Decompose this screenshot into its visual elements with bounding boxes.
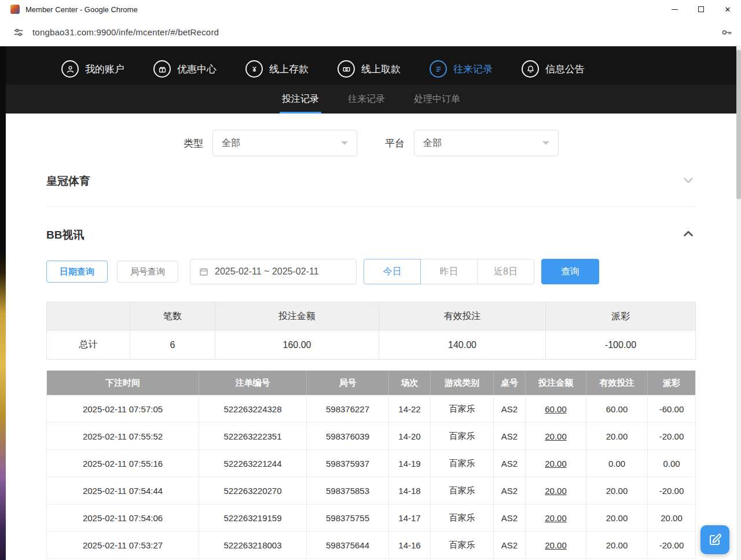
cell-table-no: AS2 [493,504,525,531]
background-page-strip [0,46,6,560]
address-bar-url[interactable]: tongbao31.com:9900/infe/mcenter/#/betRec… [32,27,219,37]
scrollbar-track[interactable] [736,46,741,560]
cell-round-no: 598376039 [306,422,388,449]
edit-floating-button[interactable] [700,525,729,554]
cell-game-type: 百家乐 [430,477,493,504]
cell-bet-amount-link[interactable]: 20.00 [525,504,586,531]
round-query-button[interactable]: 局号查询 [117,261,178,283]
cell-session: 14-16 [388,531,430,558]
summary-header-valid-bet: 有效投注 [379,302,545,331]
nav-item-promotions[interactable]: 优惠中心 [153,60,217,78]
nav-label: 信息公告 [545,63,585,76]
cell-bet-amount-link[interactable]: 60.00 [525,395,586,422]
type-select[interactable]: 全部 [212,130,357,156]
nav-item-deposit[interactable]: 线上存款 [245,60,309,78]
bet-records-table: 下注时间 注单编号 局号 场次 游戏类别 桌号 投注金额 有效投注 派彩 202… [46,370,696,559]
browser-toolbar: tongbao31.com:9900/infe/mcenter/#/betRec… [0,19,741,46]
col-header-payout: 派彩 [647,371,695,395]
search-button[interactable]: 查询 [541,259,599,284]
platform-filter-label: 平台 [385,137,405,150]
chevron-down-icon [542,141,549,145]
scrollbar-thumb[interactable] [736,50,741,199]
cell-session: 14-22 [388,395,430,422]
nav-label: 我的账户 [85,63,124,76]
cell-bet-amount-link[interactable]: 20.00 [525,531,586,558]
cell-bet-id: 522263218003 [199,531,306,558]
cell-round-no: 598375755 [306,504,388,531]
section-bb-video[interactable]: BB视讯 [46,207,696,246]
cell-payout: -20.00 [647,477,695,504]
cell-game-type: 百家乐 [430,504,493,531]
today-button[interactable]: 今日 [364,259,421,284]
deposit-icon [245,60,263,78]
gift-icon [153,60,171,78]
nav-label: 往来记录 [453,63,493,76]
cell-bet-id: 522263220270 [199,477,306,504]
type-filter-label: 类型 [184,137,203,150]
withdraw-icon [338,60,355,78]
calendar-icon [199,266,209,277]
cell-valid-bet: 0.00 [586,449,647,477]
date-range-value: 2025-02-11 ~ 2025-02-11 [215,266,319,277]
tab-transaction-records[interactable]: 往来记录 [346,93,387,114]
tab-processing-orders[interactable]: 处理中订单 [412,93,463,114]
chevron-up-icon[interactable] [681,226,696,244]
cell-bet-time: 2025-02-11 07:57:05 [47,395,199,422]
cell-bet-time: 2025-02-11 07:54:44 [47,477,199,504]
nav-item-announcements[interactable]: 信息公告 [522,60,585,78]
platform-select-value: 全部 [423,137,442,149]
col-header-valid-bet: 有效投注 [586,371,647,395]
window-titlebar[interactable]: Member Center - Google Chrome ✕ [0,0,741,19]
summary-table: 笔数 投注金额 有效投注 派彩 总计 6 160.00 140.00 -100.… [46,302,696,360]
nav-item-records[interactable]: 往来记录 [430,60,493,78]
summary-valid-bet: 140.00 [379,331,545,359]
nav-item-withdraw[interactable]: 线上取款 [338,60,401,78]
nav-label: 优惠中心 [177,63,217,76]
cell-bet-amount-link[interactable]: 20.00 [525,477,586,504]
section-crown-sports[interactable]: 皇冠体育 [46,156,696,207]
close-button[interactable]: ✕ [714,0,741,19]
cell-game-type: 百家乐 [430,422,493,449]
quick-range-group: 今日 昨日 近8日 [364,259,534,284]
cell-round-no: 598376227 [306,395,388,422]
nav-item-my-account[interactable]: 我的账户 [61,60,124,78]
member-center-page: 我的账户 优惠中心 线上存款 线上取款 往来记录 [6,46,736,560]
cell-session: 14-18 [388,477,430,504]
minimize-button[interactable] [661,0,688,19]
last-8-days-button[interactable]: 近8日 [477,259,534,284]
cell-table-no: AS2 [493,531,525,558]
cell-bet-id: 522263219159 [199,504,306,531]
record-tabs: 投注记录 往来记录 处理中订单 [6,85,736,114]
date-query-button[interactable]: 日期查询 [46,261,108,283]
cell-game-type: 百家乐 [430,395,493,422]
chevron-down-icon[interactable] [681,173,696,190]
cell-bet-amount-link[interactable]: 20.00 [525,449,586,477]
nav-label: 线上取款 [361,63,401,76]
col-header-table-no: 桌号 [493,371,525,395]
query-controls: 日期查询 局号查询 2025-02-11 ~ 2025-02-11 今日 昨日 … [46,259,696,284]
cell-bet-amount-link[interactable]: 20.00 [525,422,586,449]
nav-label: 线上存款 [269,63,309,76]
maximize-button[interactable] [688,0,714,19]
platform-select[interactable]: 全部 [414,130,559,156]
col-header-session: 场次 [388,371,430,395]
site-settings-icon[interactable] [13,27,24,38]
filter-row: 类型 全部 平台 全部 [46,130,696,156]
date-range-picker[interactable]: 2025-02-11 ~ 2025-02-11 [190,259,357,284]
cell-bet-id: 522263224328 [199,395,306,422]
window-title: Member Center - Google Chrome [25,5,138,14]
cell-game-type: 百家乐 [430,449,493,477]
summary-total-label: 总计 [47,331,130,359]
section-title: BB视讯 [46,228,84,243]
type-select-value: 全部 [222,137,240,149]
bell-icon [522,60,539,78]
yesterday-button[interactable]: 昨日 [420,259,478,284]
cell-session: 14-17 [388,504,430,531]
cell-round-no: 598375853 [306,477,388,504]
summary-header-payout: 派彩 [545,302,695,331]
cell-payout: 0.00 [647,449,695,477]
tab-bet-records[interactable]: 投注记录 [280,93,321,114]
pencil-icon [708,533,722,547]
cell-valid-bet: 20.00 [586,477,647,504]
password-key-icon[interactable] [720,26,733,39]
